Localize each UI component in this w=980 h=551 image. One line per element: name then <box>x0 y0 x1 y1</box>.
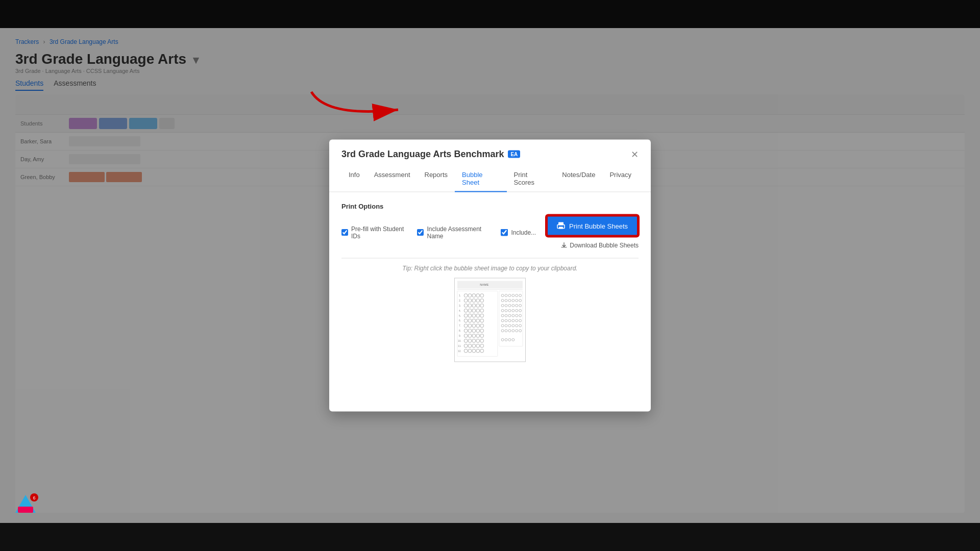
modal-body: Print Options Pre-fill with Student IDs … <box>329 192 651 412</box>
svg-text:3.: 3. <box>459 305 461 307</box>
print-options-row: Pre-fill with Student IDs Include Assess… <box>341 215 639 250</box>
svg-rect-141 <box>18 507 33 513</box>
svg-text:6.: 6. <box>459 319 461 322</box>
modal-badge: EA <box>508 151 520 158</box>
print-buttons-area: Print Bubble Sheets Download Bubble Shee… <box>546 215 639 250</box>
tab-privacy[interactable]: Privacy <box>602 166 639 192</box>
svg-rect-10 <box>457 281 523 289</box>
bubble-sheet-preview[interactable]: NAME 1. 2. 3. <box>454 278 526 362</box>
tab-bubble-sheet[interactable]: Bubble Sheet <box>455 166 507 192</box>
svg-text:12.: 12. <box>458 350 461 353</box>
print-bubble-sheets-button[interactable]: Print Bubble Sheets <box>546 215 639 237</box>
download-icon <box>561 242 567 248</box>
svg-text:5.: 5. <box>459 315 461 317</box>
modal-title-text: 3rd Grade Language Arts Benchmark <box>341 149 504 160</box>
svg-rect-13 <box>457 291 498 356</box>
svg-text:8.: 8. <box>459 330 461 332</box>
svg-text:1.: 1. <box>459 294 461 297</box>
print-options-section: Print Options Pre-fill with Student IDs … <box>341 203 639 250</box>
svg-text:7.: 7. <box>459 324 461 327</box>
svg-text:9.: 9. <box>459 335 461 337</box>
svg-text:2.: 2. <box>459 299 461 302</box>
tab-info[interactable]: Info <box>341 166 367 192</box>
divider <box>341 258 639 259</box>
tab-reports[interactable]: Reports <box>418 166 455 192</box>
svg-rect-8 <box>559 227 563 229</box>
floating-notification-badge[interactable]: 6 <box>13 492 38 518</box>
print-button-label: Print Bubble Sheets <box>569 222 628 230</box>
download-button-label: Download Bubble Sheets <box>570 242 639 249</box>
modal-header: 3rd Grade Language Arts Benchmark EA ✕ <box>329 140 651 160</box>
bubble-sheet-preview-container[interactable]: NAME 1. 2. 3. <box>341 278 639 362</box>
checkbox-assessment-name-input[interactable] <box>417 229 424 236</box>
modal-tabs: Info Assessment Reports Bubble Sheet Pri… <box>329 166 651 192</box>
svg-text:6: 6 <box>33 495 35 500</box>
svg-point-9 <box>562 226 564 227</box>
checkbox-prefill-label: Pre-fill with Student IDs <box>351 226 407 240</box>
checkbox-prefill[interactable]: Pre-fill with Student IDs <box>341 226 407 240</box>
checkbox-include[interactable]: Include... <box>501 229 536 236</box>
svg-text:11.: 11. <box>458 345 461 347</box>
download-bubble-sheets-button[interactable]: Download Bubble Sheets <box>561 241 639 250</box>
checkbox-assessment-name[interactable]: Include Assessment Name <box>417 226 491 240</box>
checkbox-assessment-name-label: Include Assessment Name <box>427 226 491 240</box>
modal-title: 3rd Grade Language Arts Benchmark EA <box>341 149 520 160</box>
svg-text:4.: 4. <box>459 310 461 312</box>
checkbox-include-label: Include... <box>511 229 536 236</box>
tab-notes-date[interactable]: Notes/Date <box>555 166 602 192</box>
checkbox-include-input[interactable] <box>501 229 508 236</box>
printer-icon <box>557 222 565 230</box>
tip-text: Tip: Right click the bubble sheet image … <box>341 265 639 272</box>
tab-assessment[interactable]: Assessment <box>367 166 418 192</box>
modal-dialog: 3rd Grade Language Arts Benchmark EA ✕ I… <box>329 140 651 412</box>
svg-text:NAME: NAME <box>480 283 488 286</box>
modal-close-button[interactable]: ✕ <box>631 149 639 159</box>
svg-text:10.: 10. <box>458 340 461 342</box>
print-options-label: Print Options <box>341 203 639 210</box>
tab-print-scores[interactable]: Print Scores <box>507 166 555 192</box>
checkbox-prefill-input[interactable] <box>341 229 348 236</box>
